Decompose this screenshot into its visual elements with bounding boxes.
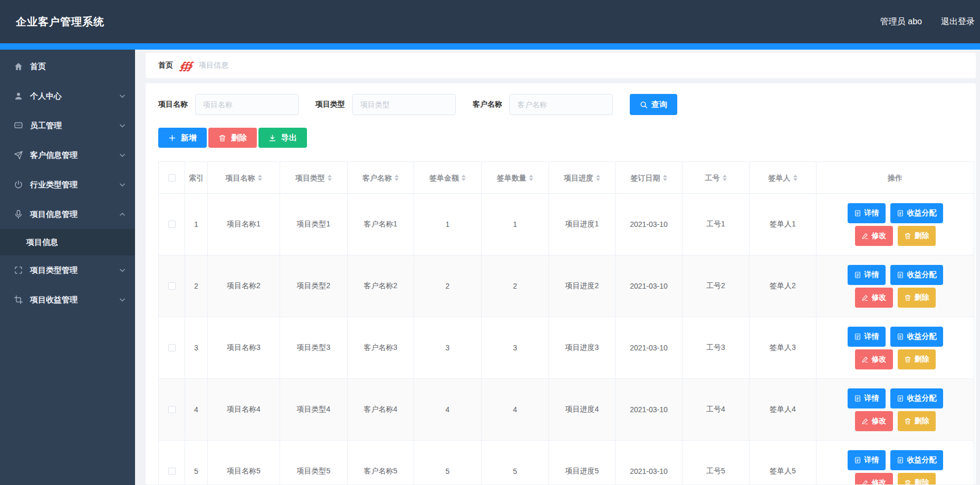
sort-icons[interactable] xyxy=(529,173,533,183)
cell-signer: 签单人1 xyxy=(750,194,816,255)
row-checkbox[interactable] xyxy=(168,406,176,413)
export-button[interactable]: 导出 xyxy=(258,128,307,148)
select-cell xyxy=(159,317,185,379)
caret-up-icon[interactable] xyxy=(395,173,399,177)
caret-down-icon[interactable] xyxy=(663,178,667,183)
sidebar-item-项目类型管理[interactable]: 项目类型管理 xyxy=(0,255,135,285)
sort-icons[interactable] xyxy=(793,173,798,183)
sort-icons[interactable] xyxy=(462,173,466,183)
column-header-job_no[interactable]: 工号 xyxy=(683,162,750,194)
column-header-inner: 签单金额 xyxy=(429,173,466,183)
row-profit-share-button[interactable]: 收益分配 xyxy=(890,450,943,470)
export-button-label: 导出 xyxy=(281,133,297,143)
row-checkbox[interactable] xyxy=(168,468,176,475)
search-button[interactable]: 查询 xyxy=(630,94,677,115)
caret-up-icon[interactable] xyxy=(462,173,466,177)
trash-icon xyxy=(904,294,911,301)
row-edit-button-label: 修改 xyxy=(872,231,887,241)
action-line: 详情收益分配 xyxy=(819,388,972,408)
column-header-signer[interactable]: 签单人 xyxy=(750,162,816,194)
sidebar-item-首页[interactable]: 首页 xyxy=(0,52,135,81)
caret-up-icon[interactable] xyxy=(258,173,262,177)
caret-down-icon[interactable] xyxy=(596,178,600,183)
row-edit-button[interactable]: 修改 xyxy=(855,288,893,308)
caret-down-icon[interactable] xyxy=(793,178,798,183)
cell-signer: 签单人5 xyxy=(750,441,816,485)
column-header-customer_name[interactable]: 客户名称 xyxy=(348,162,414,194)
project-type-input[interactable] xyxy=(352,94,456,115)
row-detail-button[interactable]: 详情 xyxy=(848,327,886,347)
sidebar-item-客户信息管理[interactable]: 客户信息管理 xyxy=(0,140,135,170)
sort-icons[interactable] xyxy=(596,173,600,183)
cell-job_no: 工号4 xyxy=(683,379,750,441)
topbar-right: 管理员 abo 退出登录 xyxy=(880,16,975,27)
sidebar-item-行业类型管理[interactable]: 行业类型管理 xyxy=(0,170,135,199)
caret-up-icon[interactable] xyxy=(723,173,727,177)
caret-down-icon[interactable] xyxy=(258,178,262,183)
cell-job_no: 工号5 xyxy=(683,441,750,485)
select-cell xyxy=(159,194,185,255)
caret-down-icon[interactable] xyxy=(529,178,533,183)
row-profit-share-button[interactable]: 收益分配 xyxy=(890,327,943,347)
row-detail-button[interactable]: 详情 xyxy=(848,265,886,285)
customer-name-input[interactable] xyxy=(510,94,613,115)
caret-up-icon[interactable] xyxy=(793,173,798,177)
caret-down-icon[interactable] xyxy=(723,178,727,183)
row-delete-button[interactable]: 删除 xyxy=(898,349,936,369)
sidebar-item-label: 员工管理 xyxy=(30,121,118,131)
sort-icons[interactable] xyxy=(395,173,399,183)
delete-button[interactable]: 删除 xyxy=(208,128,257,148)
cell-project_type: 项目类型5 xyxy=(280,441,348,485)
main-content: 首页 ∰ 项目信息 项目名称项目类型客户名称 查询 新增删除导出 索引项目名称项… xyxy=(135,50,980,485)
caret-up-icon[interactable] xyxy=(596,173,600,177)
row-checkbox[interactable] xyxy=(168,344,176,351)
cell-customer_name: 客户名称1 xyxy=(348,194,414,255)
row-edit-button[interactable]: 修改 xyxy=(855,411,893,431)
sidebar-item-项目信息管理[interactable]: 项目信息管理 xyxy=(0,199,135,229)
caret-down-icon[interactable] xyxy=(328,178,332,183)
current-user-label[interactable]: 管理员 abo xyxy=(880,16,922,27)
sidebar-subitem-项目信息[interactable]: 项目信息 xyxy=(0,229,135,255)
caret-down-icon[interactable] xyxy=(395,178,399,183)
sort-icons[interactable] xyxy=(328,173,332,183)
project-name-input[interactable] xyxy=(195,94,299,115)
row-checkbox[interactable] xyxy=(168,282,176,290)
row-detail-button-label: 详情 xyxy=(864,394,879,403)
caret-up-icon[interactable] xyxy=(663,173,667,177)
row-checkbox[interactable] xyxy=(168,221,176,228)
column-header-project_name[interactable]: 项目名称 xyxy=(208,162,280,194)
row-profit-share-button[interactable]: 收益分配 xyxy=(890,388,943,408)
column-header-sign_count[interactable]: 签单数量 xyxy=(482,162,549,194)
sidebar-item-员工管理[interactable]: 员工管理 xyxy=(0,111,135,140)
row-detail-button[interactable]: 详情 xyxy=(848,450,886,470)
column-header-sign_amount[interactable]: 签单金额 xyxy=(414,162,482,194)
caret-up-icon[interactable] xyxy=(328,173,332,177)
sidebar-item-项目收益管理[interactable]: 项目收益管理 xyxy=(0,285,135,315)
row-delete-button[interactable]: 删除 xyxy=(898,288,936,308)
column-header-project_progress[interactable]: 项目进度 xyxy=(549,162,616,194)
sort-icons[interactable] xyxy=(663,173,667,183)
logout-link[interactable]: 退出登录 xyxy=(941,16,975,27)
select-all-checkbox[interactable] xyxy=(168,174,176,182)
cell-index: 1 xyxy=(185,194,208,255)
row-edit-button[interactable]: 修改 xyxy=(855,349,893,369)
row-profit-share-button[interactable]: 收益分配 xyxy=(890,265,943,285)
select-all-header-cell xyxy=(159,162,185,194)
sidebar-item-个人中心[interactable]: 个人中心 xyxy=(0,81,135,111)
row-profit-share-button[interactable]: 收益分配 xyxy=(890,203,943,223)
row-delete-button[interactable]: 删除 xyxy=(898,226,936,246)
breadcrumb-home-link[interactable]: 首页 xyxy=(158,61,173,70)
row-edit-button[interactable]: 修改 xyxy=(855,226,893,246)
row-detail-button[interactable]: 详情 xyxy=(848,203,886,223)
row-detail-button[interactable]: 详情 xyxy=(848,388,886,408)
row-edit-button[interactable]: 修改 xyxy=(855,473,893,485)
sort-icons[interactable] xyxy=(258,173,262,183)
caret-up-icon[interactable] xyxy=(529,173,533,177)
column-header-project_type[interactable]: 项目类型 xyxy=(280,162,348,194)
sort-icons[interactable] xyxy=(723,173,727,183)
add-button[interactable]: 新增 xyxy=(158,128,207,148)
row-delete-button[interactable]: 删除 xyxy=(898,473,936,485)
column-header-sign_date[interactable]: 签订日期 xyxy=(616,162,683,194)
row-delete-button[interactable]: 删除 xyxy=(898,411,936,431)
caret-down-icon[interactable] xyxy=(462,178,466,183)
